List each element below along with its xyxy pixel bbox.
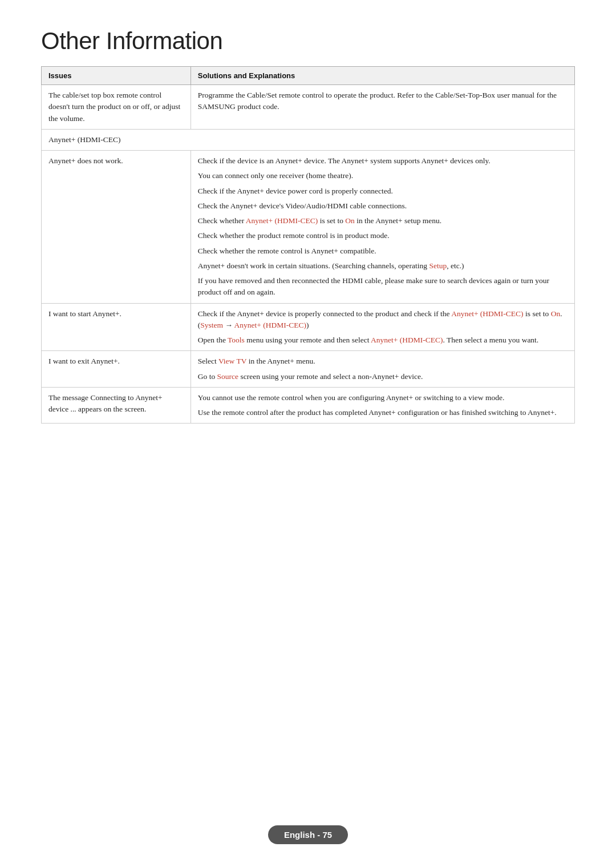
solution-text: Check if the Anynet+ device power cord i… [198,186,568,197]
solution-cell: Check if the device is an Anynet+ device… [191,151,574,304]
link-system: System [200,321,223,329]
issue-text: I want to exit Anynet+. [48,357,120,365]
link-anynet-hdmi-cec-3: Anynet+ (HDMI-CEC) [234,321,306,329]
solution-text: Go to Source screen using your remote an… [198,371,568,382]
solution-text: Check whether the remote control is Anyn… [198,245,568,257]
table-row: I want to exit Anynet+. Select View TV i… [42,351,575,388]
solution-cell: Check if the Anynet+ device is properly … [191,303,574,351]
page-footer: English - 75 [0,825,616,844]
solution-text: Check if the device is an Anynet+ device… [198,155,568,167]
link-anynet-hdmi-cec-2: Anynet+ (HDMI-CEC) [451,309,523,318]
solution-text: Check whether the product remote control… [198,230,568,241]
issue-text: Anynet+ does not work. [48,156,123,165]
solution-text: If you have removed and then reconnected… [198,275,568,299]
link-on-2: On [551,309,561,318]
issue-cell: The message Connecting to Anynet+ device… [42,387,191,424]
issue-cell: Anynet+ does not work. [42,151,191,304]
col-issues-header: Issues [42,67,191,85]
issue-text: The message Connecting to Anynet+ device… [48,393,163,413]
link-anynet-hdmi-cec: Anynet+ (HDMI-CEC) [246,216,318,225]
table-row: The message Connecting to Anynet+ device… [42,387,575,424]
solution-text: Select View TV in the Anynet+ menu. [198,356,568,367]
section-header-cell: Anynet+ (HDMI-CEC) [42,129,575,150]
issue-cell: I want to start Anynet+. [42,303,191,351]
link-view-tv: View TV [218,357,246,365]
issue-cell: I want to exit Anynet+. [42,351,191,388]
col-solutions-header: Solutions and Explanations [191,67,574,85]
issue-text: The cable/set top box remote control doe… [48,91,180,123]
solution-text: You can connect only one receiver (home … [198,170,568,182]
solution-cell: You cannot use the remote control when y… [191,387,574,424]
solution-text: Check whether Anynet+ (HDMI-CEC) is set … [198,215,568,227]
issue-text: I want to start Anynet+. [48,309,121,318]
link-on: On [345,216,355,225]
solution-text: You cannot use the remote control when y… [198,392,568,404]
page-content: Other Information Issues Solutions and E… [0,0,616,469]
solution-cell: Select View TV in the Anynet+ menu. Go t… [191,351,574,388]
table-row: I want to start Anynet+. Check if the An… [42,303,575,351]
table-row: The cable/set top box remote control doe… [42,85,575,130]
solution-cell: Programme the Cable/Set remote control t… [191,85,574,130]
solution-text: Anynet+ doesn't work in certain situatio… [198,260,568,272]
section-header-text: Anynet+ (HDMI-CEC) [48,135,120,144]
solution-text: Check the Anynet+ device's Video/Audio/H… [198,200,568,212]
solution-text: Open the Tools menu using your remote an… [198,334,568,346]
section-header-row: Anynet+ (HDMI-CEC) [42,129,575,150]
table-header-row: Issues Solutions and Explanations [42,67,575,85]
link-tools: Tools [228,336,245,344]
link-source: Source [217,372,239,381]
solution-text: Use the remote control after the product… [198,407,568,418]
footer-badge: English - 75 [268,825,348,844]
table-row: Anynet+ does not work. Check if the devi… [42,151,575,304]
link-setup: Setup [429,261,447,270]
issue-cell: The cable/set top box remote control doe… [42,85,191,130]
issues-table: Issues Solutions and Explanations The ca… [41,66,575,424]
solution-text: Check if the Anynet+ device is properly … [198,308,568,332]
solution-text: Programme the Cable/Set remote control t… [198,90,568,113]
page-title: Other Information [41,27,575,55]
link-anynet-hdmi-cec-4: Anynet+ (HDMI-CEC) [371,336,443,344]
